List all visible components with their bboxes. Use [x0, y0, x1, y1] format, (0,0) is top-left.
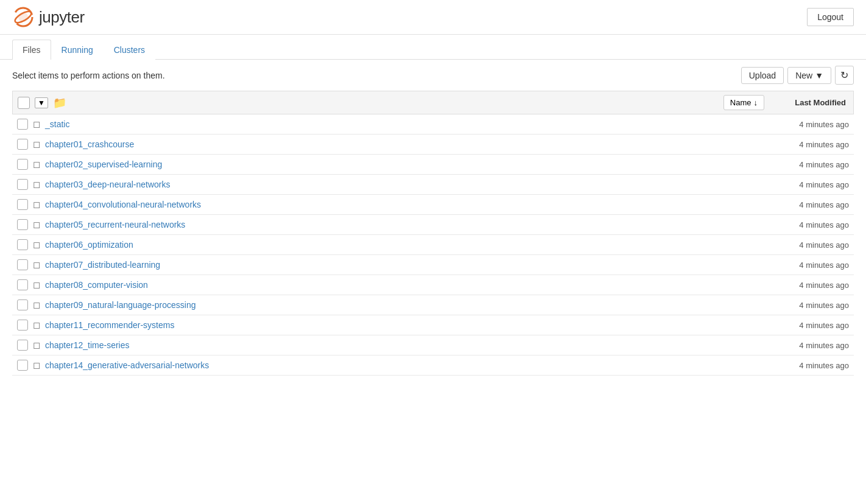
folder-icon: ◻ — [33, 119, 40, 130]
header: jupyter Logout — [0, 0, 866, 35]
file-checkbox[interactable] — [17, 320, 28, 331]
file-name-link[interactable]: chapter01_crashcourse — [45, 139, 765, 149]
file-modified-time: 4 minutes ago — [770, 220, 849, 229]
sort-by-name-button[interactable]: Name ↓ — [723, 95, 764, 110]
upload-button[interactable]: Upload — [741, 67, 784, 84]
file-name-link[interactable]: chapter04_convolutional-neural-networks — [45, 200, 765, 209]
name-col-label: Name — [730, 98, 752, 107]
file-modified-time: 4 minutes ago — [770, 180, 849, 189]
select-dropdown-button[interactable]: ▼ — [35, 97, 48, 108]
file-list-container: ▼ 📁 Name ↓ Last Modified ◻ _static 4 min… — [0, 91, 866, 376]
folder-icon: ◻ — [33, 219, 40, 230]
table-row: ◻ chapter07_distributed-learning 4 minut… — [12, 255, 854, 275]
file-checkbox[interactable] — [17, 159, 28, 170]
new-folder-icon[interactable]: 📁 — [53, 96, 66, 110]
table-row: ◻ chapter11_recommender-systems 4 minute… — [12, 315, 854, 335]
file-modified-time: 4 minutes ago — [770, 321, 849, 330]
file-name-link[interactable]: chapter05_recurrent-neural-networks — [45, 220, 765, 229]
column-header-row: ▼ 📁 Name ↓ Last Modified — [12, 91, 854, 114]
table-row: ◻ chapter08_computer-vision 4 minutes ag… — [12, 275, 854, 295]
file-checkbox[interactable] — [17, 139, 28, 150]
refresh-button[interactable]: ↻ — [835, 66, 854, 85]
folder-icon: ◻ — [33, 299, 40, 310]
table-row: ◻ chapter06_optimization 4 minutes ago — [12, 235, 854, 255]
folder-icon: ◻ — [33, 360, 40, 371]
file-modified-time: 4 minutes ago — [770, 361, 849, 370]
toolbar-hint: Select items to perform actions on them. — [12, 71, 165, 80]
table-row: ◻ chapter04_convolutional-neural-network… — [12, 195, 854, 215]
folder-icon: ◻ — [33, 279, 40, 290]
table-row: ◻ chapter09_natural-language-processing … — [12, 295, 854, 315]
new-button-label: New — [795, 71, 812, 80]
file-modified-time: 4 minutes ago — [770, 341, 849, 350]
file-checkbox[interactable] — [17, 239, 28, 250]
jupyter-logo-icon — [12, 6, 34, 28]
logo-text: jupyter — [39, 8, 85, 27]
table-row: ◻ chapter02_supervised-learning 4 minute… — [12, 155, 854, 175]
tab-files[interactable]: Files — [12, 40, 51, 60]
file-modified-time: 4 minutes ago — [770, 240, 849, 250]
folder-icon: ◻ — [33, 320, 40, 331]
folder-icon: ◻ — [33, 139, 40, 150]
file-modified-time: 4 minutes ago — [770, 261, 849, 270]
file-name-link[interactable]: chapter03_deep-neural-networks — [45, 180, 765, 189]
folder-icon: ◻ — [33, 179, 40, 190]
file-modified-time: 4 minutes ago — [770, 120, 849, 129]
file-modified-time: 4 minutes ago — [770, 301, 849, 310]
file-modified-time: 4 minutes ago — [770, 281, 849, 290]
file-checkbox[interactable] — [17, 259, 28, 270]
file-name-link[interactable]: chapter11_recommender-systems — [45, 320, 765, 330]
logo: jupyter — [12, 6, 85, 28]
table-row: ◻ _static 4 minutes ago — [12, 114, 854, 135]
file-modified-time: 4 minutes ago — [770, 140, 849, 149]
file-checkbox[interactable] — [17, 219, 28, 230]
tabs: Files Running Clusters — [12, 40, 854, 59]
logout-button[interactable]: Logout — [807, 8, 854, 26]
file-checkbox[interactable] — [17, 299, 28, 310]
tabs-container: Files Running Clusters — [0, 40, 866, 60]
file-name-link[interactable]: chapter06_optimization — [45, 240, 765, 250]
folder-icon: ◻ — [33, 159, 40, 170]
file-name-link[interactable]: chapter07_distributed-learning — [45, 260, 765, 270]
toolbar-actions: Upload New ▼ ↻ — [741, 66, 854, 85]
tab-clusters[interactable]: Clusters — [104, 40, 155, 60]
sort-arrow-icon: ↓ — [754, 98, 758, 107]
file-modified-time: 4 minutes ago — [770, 160, 849, 169]
new-dropdown-arrow-icon: ▼ — [815, 71, 823, 80]
file-checkbox[interactable] — [17, 179, 28, 190]
file-checkbox[interactable] — [17, 340, 28, 351]
file-modified-time: 4 minutes ago — [770, 200, 849, 209]
file-checkbox[interactable] — [17, 199, 28, 210]
table-row: ◻ chapter14_generative-adversarial-netwo… — [12, 355, 854, 376]
select-all-checkbox[interactable] — [18, 97, 30, 109]
file-name-link[interactable]: chapter02_supervised-learning — [45, 159, 765, 169]
tab-running[interactable]: Running — [51, 40, 104, 60]
file-name-link[interactable]: chapter09_natural-language-processing — [45, 300, 765, 310]
folder-icon: ◻ — [33, 239, 40, 250]
table-row: ◻ chapter12_time-series 4 minutes ago — [12, 335, 854, 355]
folder-icon: ◻ — [33, 340, 40, 351]
new-button[interactable]: New ▼ — [787, 67, 831, 84]
file-checkbox[interactable] — [17, 279, 28, 290]
file-checkbox[interactable] — [17, 119, 28, 130]
file-name-link[interactable]: chapter12_time-series — [45, 340, 765, 350]
file-name-link[interactable]: chapter14_generative-adversarial-network… — [45, 360, 765, 370]
file-rows-container: ◻ _static 4 minutes ago ◻ chapter01_cras… — [12, 114, 854, 376]
folder-icon: ◻ — [33, 259, 40, 270]
table-row: ◻ chapter03_deep-neural-networks 4 minut… — [12, 175, 854, 195]
toolbar: Select items to perform actions on them.… — [0, 60, 866, 91]
file-name-link[interactable]: _static — [45, 119, 765, 129]
file-name-link[interactable]: chapter08_computer-vision — [45, 280, 765, 290]
file-checkbox[interactable] — [17, 360, 28, 371]
table-row: ◻ chapter01_crashcourse 4 minutes ago — [12, 135, 854, 155]
modified-col-label: Last Modified — [769, 98, 848, 107]
folder-icon: ◻ — [33, 199, 40, 210]
table-row: ◻ chapter05_recurrent-neural-networks 4 … — [12, 215, 854, 235]
